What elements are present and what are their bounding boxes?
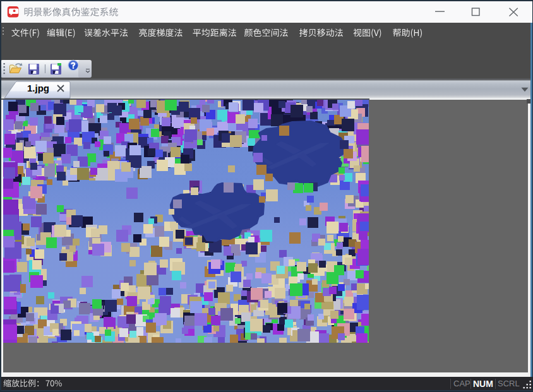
svg-text:SCRL: SCRL (498, 379, 520, 388)
svg-text:CAP: CAP (453, 379, 470, 388)
svg-text:NUM: NUM (473, 379, 493, 389)
